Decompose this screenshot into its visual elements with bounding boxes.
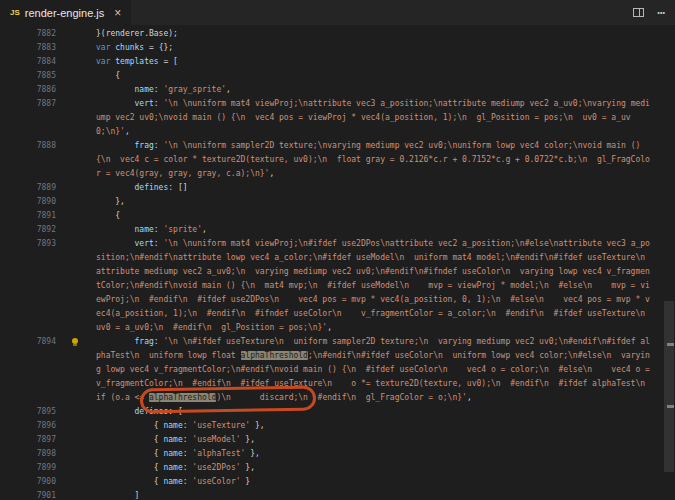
code-token: : [: [168, 407, 182, 416]
code-token: ,: [226, 85, 231, 94]
code-token: },: [245, 449, 259, 458]
lightbulb-icon[interactable]: [56, 335, 96, 405]
code-text: frag: '\n \nuniform sampler2D texture;\n…: [96, 139, 663, 181]
code-token: }(renderer.Base);: [96, 29, 178, 38]
more-actions-icon[interactable]: ⋯: [657, 6, 665, 19]
code-token: 'useModel': [192, 435, 240, 444]
line-number: 7900: [0, 475, 56, 489]
code-token: [96, 337, 135, 346]
code-token: ]: [96, 491, 139, 500]
code-token: [96, 239, 135, 248]
tab-render-engine-js[interactable]: JS render-engine.js ×: [0, 0, 131, 25]
tab-bar: JS render-engine.js × ⋯: [0, 0, 675, 25]
code-line-7896: 7896 { name: 'useTexture' },: [0, 419, 663, 433]
glyph-margin: [56, 489, 96, 500]
code-token: :: [154, 141, 164, 150]
code-text: { name: 'useTexture' },: [96, 419, 663, 433]
code-line-7900: 7900 { name: 'useColor' }: [0, 475, 663, 489]
code-token: 'gray_sprite': [163, 85, 226, 94]
highlighted-occurrence: alphaThreshold: [149, 393, 216, 402]
code-line-7890: 7890 },: [0, 195, 663, 209]
code-token: var: [96, 57, 110, 66]
code-token: [96, 141, 135, 150]
code-line-7895: 7895 defines: [: [0, 405, 663, 419]
code-token: :: [183, 435, 193, 444]
glyph-margin: [56, 209, 96, 223]
code-token: {: [96, 211, 120, 220]
code-line-7886: 7886 name: 'gray_sprite',: [0, 83, 663, 97]
code-token: ,: [202, 225, 207, 234]
code-token: ,: [327, 323, 332, 332]
line-number: 7885: [0, 69, 56, 83]
code-token: :: [154, 85, 164, 94]
code-line-7891: 7891 {: [0, 209, 663, 223]
code-token: frag: [135, 141, 154, 150]
code-editor-window: JS render-engine.js × ⋯ 7882}(renderer.B…: [0, 0, 675, 500]
code-token: {: [96, 421, 163, 430]
code-token: '\n \nuniform mat4 viewProj;\nattribute …: [96, 99, 650, 136]
line-number: 7896: [0, 419, 56, 433]
code-token: = [: [159, 57, 178, 66]
line-number: 7892: [0, 223, 56, 237]
code-token: {: [96, 477, 163, 486]
editor-actions: ⋯: [633, 0, 675, 25]
code-token: 'useTexture': [192, 421, 250, 430]
close-tab-icon[interactable]: ×: [114, 6, 121, 20]
code-token: name: [163, 421, 182, 430]
code-token: name: [163, 463, 182, 472]
code-line-7892: 7892 name: 'sprite',: [0, 223, 663, 237]
glyph-margin: [56, 475, 96, 489]
line-number: 7898: [0, 447, 56, 461]
code-text: { name: 'useColor' }: [96, 475, 663, 489]
glyph-margin: [56, 55, 96, 69]
code-token: :: [154, 99, 164, 108]
code-token: '\n \nuniform sampler2D texture;\nvaryin…: [96, 141, 650, 178]
code-editor[interactable]: 7882}(renderer.Base);7883var chunks = {}…: [0, 25, 663, 500]
line-number: 7887: [0, 97, 56, 139]
code-line-7899: 7899 { name: 'use2DPos' },: [0, 461, 663, 475]
code-text: name: 'sprite',: [96, 223, 663, 237]
line-number: 7899: [0, 461, 56, 475]
code-token: [96, 183, 135, 192]
code-token: },: [241, 463, 255, 472]
code-token: }: [241, 477, 251, 486]
code-lines: 7882}(renderer.Base);7883var chunks = {}…: [0, 27, 663, 500]
code-token: defines: [135, 183, 169, 192]
code-line-7901: 7901 ]: [0, 489, 663, 500]
glyph-margin: [56, 405, 96, 419]
code-token: name: [135, 85, 154, 94]
code-token: ,: [467, 393, 472, 402]
split-editor-icon[interactable]: [633, 8, 644, 17]
glyph-margin: [56, 447, 96, 461]
code-text: vert: '\n \nuniform mat4 viewProj;\nattr…: [96, 97, 663, 139]
vertical-scrollbar[interactable]: [663, 25, 675, 500]
code-token: [96, 407, 135, 416]
code-text: var templates = [: [96, 55, 663, 69]
glyph-margin: [56, 181, 96, 195]
line-number: 7886: [0, 83, 56, 97]
code-token: 'useColor': [192, 477, 240, 486]
code-token: vert: [135, 99, 154, 108]
line-number: 7894: [0, 335, 56, 405]
code-token: :: [154, 337, 164, 346]
glyph-margin: [56, 419, 96, 433]
code-token: [96, 85, 135, 94]
code-token: templates: [115, 57, 158, 66]
code-token: vert: [135, 239, 154, 248]
code-token: = {};: [144, 43, 173, 52]
glyph-margin: [56, 41, 96, 55]
glyph-margin: [56, 223, 96, 237]
code-text: }(renderer.Base);: [96, 27, 663, 41]
code-token: )\n discard;\n #endif\n gl_FragColor = o…: [216, 393, 466, 402]
code-token: {: [96, 435, 163, 444]
code-token: 'alphaTest': [192, 449, 245, 458]
scrollbar-thumb[interactable]: [664, 301, 674, 472]
glyph-margin: [56, 139, 96, 181]
code-token: name: [163, 477, 182, 486]
code-token: : []: [168, 183, 187, 192]
code-token: {: [96, 449, 163, 458]
code-text: },: [96, 195, 663, 209]
glyph-margin: [56, 433, 96, 447]
code-token: },: [250, 421, 264, 430]
code-token: ,: [269, 169, 274, 178]
